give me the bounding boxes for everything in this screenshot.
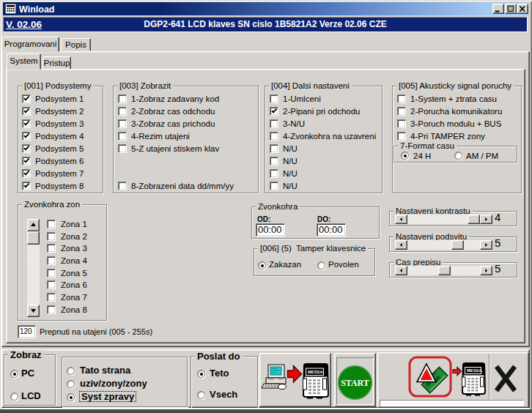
- svg-text:MESSA.: MESSA.: [308, 370, 325, 374]
- svg-text:MESSA.: MESSA.: [467, 368, 484, 373]
- svg-text:START: START: [341, 378, 369, 388]
